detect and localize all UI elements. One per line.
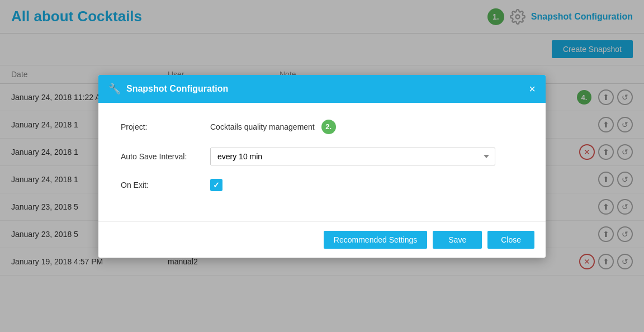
auto-save-label: Auto Save Interval: [121, 152, 210, 161]
on-exit-row: On Exit: ✓ [121, 179, 523, 191]
on-exit-label: On Exit: [121, 181, 210, 189]
on-exit-checkbox[interactable]: ✓ [210, 179, 222, 191]
modal-body: Project: Cocktails quality management 2.… [98, 103, 546, 221]
modal-overlay: 🔧 Snapshot Configuration × Project: Cock… [0, 0, 644, 332]
project-label: Project: [121, 122, 210, 131]
wrench-icon: 🔧 [108, 83, 121, 95]
modal-title-group: 🔧 Snapshot Configuration [108, 83, 228, 95]
modal-close-button[interactable]: × [529, 83, 536, 94]
project-row: Project: Cocktails quality management 2. [121, 120, 523, 134]
modal-header: 🔧 Snapshot Configuration × [98, 75, 546, 103]
project-value: Cocktails quality management [210, 122, 315, 131]
checkmark-icon: ✓ [213, 181, 220, 189]
snapshot-config-modal: 🔧 Snapshot Configuration × Project: Cock… [98, 75, 546, 258]
recommended-settings-button[interactable]: Recommended Settings [324, 231, 427, 249]
modal-title: Snapshot Configuration [126, 84, 228, 94]
close-button[interactable]: Close [487, 231, 534, 249]
modal-footer: Recommended Settings Save Close [98, 221, 546, 258]
auto-save-select[interactable]: every 5 min every 10 min every 15 min ev… [210, 148, 495, 165]
badge-2: 2. [321, 120, 336, 134]
save-button[interactable]: Save [433, 231, 482, 249]
auto-save-row: Auto Save Interval: every 5 min every 10… [121, 148, 523, 165]
